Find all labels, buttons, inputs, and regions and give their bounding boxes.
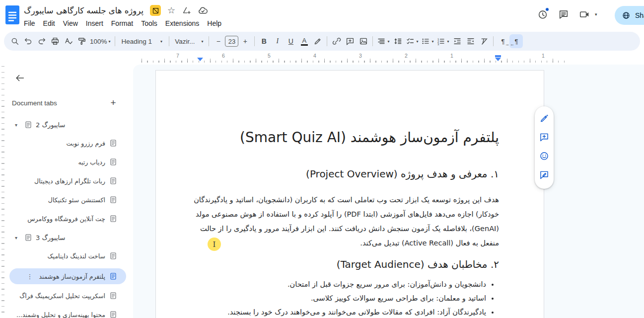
emoji-reaction-button[interactable] (539, 151, 549, 163)
move-folder-icon[interactable] (182, 6, 191, 15)
tabs-tree: ▾ سایبورگ 2 فرم رزرو نوبت ردیاب رتبه ربا… (5, 118, 133, 318)
bulleted-list-button[interactable]: ▾ (420, 34, 435, 48)
doc-tab-icon (109, 177, 117, 185)
horizontal-ruler[interactable]: 7 6 5 4 3 2 1 1 (142, 53, 566, 64)
tab-item[interactable]: ربات تلگرام ارزهای دیجیتال (5, 174, 133, 187)
share-button[interactable]: Share (615, 6, 644, 25)
underline-button[interactable]: U (284, 34, 297, 48)
notification-dot (545, 7, 549, 11)
menu-insert[interactable]: Insert (82, 18, 107, 28)
floating-action-bar (535, 106, 554, 189)
doc-section-2-heading[interactable]: ۲. مخاطبان هدف (Target Audience) (191, 258, 499, 270)
paragraph-ltr-button[interactable]: ¶→ (496, 34, 509, 48)
add-tab-button[interactable]: + (107, 97, 119, 108)
tab-item[interactable]: ساخت لندینگ داینامیک (5, 249, 133, 262)
tab-item[interactable]: ردیاب رتبه (5, 156, 133, 168)
help-me-write-button[interactable] (539, 113, 549, 125)
menu-help[interactable]: Help (203, 18, 225, 28)
align-button[interactable]: ▾ (375, 34, 391, 48)
google-docs-logo[interactable] (5, 5, 20, 25)
chevron-down-icon: ▾ (160, 39, 162, 44)
doc-bullet[interactable]: یادگیرندگان آزاد: افرادی که مقالات طولان… (191, 305, 486, 318)
increase-indent-button[interactable] (464, 34, 477, 48)
chevron-down-icon[interactable]: ▾ (15, 122, 21, 128)
tab-group-saibourg-3[interactable]: ▾ سایبورگ 3 (5, 231, 133, 244)
menu-file[interactable]: File (20, 18, 39, 28)
doc-tab-icon (24, 234, 32, 241)
star-icon[interactable]: ☆ (167, 6, 175, 15)
share-label: Share (635, 11, 644, 19)
document-title[interactable]: پروژه های جلسه کارگاهی سایبورگ (24, 6, 143, 15)
line-spacing-button[interactable] (391, 34, 404, 48)
menu-extensions[interactable]: Extensions (161, 18, 203, 28)
tab-item[interactable]: فرم رزرو نوبت (5, 137, 133, 150)
tab-group-saibourg-2[interactable]: ▾ سایبورگ 2 (5, 118, 133, 131)
doc-section-1-heading[interactable]: ۱. معرفی و هدف پروژه (Project Overview) (191, 168, 499, 180)
chevron-down-icon: ▾ (387, 39, 389, 44)
italic-button[interactable]: I (271, 34, 284, 48)
highlight-color-button[interactable] (311, 34, 324, 48)
doc-tab-icon (109, 252, 117, 260)
font-size-input[interactable]: 23 (225, 36, 238, 47)
doc-paragraph[interactable]: هدف این پروژه توسعه یک ابزار تحت وب تعام… (191, 193, 499, 250)
vertical-ruler (1, 66, 4, 317)
redo-button[interactable] (35, 34, 48, 48)
menu-view[interactable]: View (59, 18, 82, 28)
tab-item[interactable]: چت آنلاین فروشگاه ووکامرس (5, 212, 133, 225)
text-color-button[interactable]: A (297, 34, 311, 48)
paint-format-button[interactable] (75, 34, 88, 48)
search-menus-button[interactable] (8, 34, 21, 48)
indent-marker-end[interactable] (197, 58, 203, 61)
video-call-icon[interactable] (578, 8, 591, 21)
clear-formatting-button[interactable] (477, 34, 491, 48)
back-arrow-icon (14, 73, 25, 83)
add-comment-button-floating[interactable] (539, 132, 549, 144)
back-button[interactable] (12, 71, 27, 85)
doc-bullet[interactable]: اساتید و معلمان: برای طراحی سریع سوالات … (191, 291, 486, 305)
insert-image-button[interactable] (357, 34, 370, 48)
doc-tab-icon (109, 139, 117, 147)
document-content[interactable]: پلتفرم آزمون‌ساز هوشمند (Smart Quiz AI) … (156, 71, 544, 318)
video-call-caret-icon[interactable]: ▾ (595, 12, 597, 17)
ruler-number: 1 (449, 53, 455, 59)
tab-item[interactable]: اکستنشن سئو تکنیکال (5, 193, 133, 206)
doc-tab-icon (109, 196, 117, 204)
increase-font-size-button[interactable]: + (238, 34, 252, 48)
font-family-select[interactable]: Vazir...▾ (172, 34, 206, 48)
indent-marker-start[interactable] (495, 55, 501, 61)
menu-format[interactable]: Format (107, 18, 137, 28)
undo-button[interactable] (21, 34, 35, 48)
suggest-edits-button[interactable] (539, 170, 549, 182)
comments-icon[interactable] (557, 8, 570, 21)
decrease-font-size-button[interactable]: − (212, 34, 225, 48)
zoom-select[interactable]: 100%▾ (88, 34, 112, 48)
bold-button[interactable]: B (257, 34, 271, 48)
paragraph-rtl-button[interactable]: ¶← (509, 34, 523, 48)
cloud-status-icon (198, 5, 208, 16)
doc-bullet-list[interactable]: دانشجویان و دانش‌آموزان: برای مرور سریع … (191, 277, 486, 318)
numbered-list-button[interactable]: 123▾ (435, 34, 450, 48)
ruler-number: 2 (403, 53, 409, 59)
chevron-down-icon[interactable]: ▾ (15, 235, 21, 240)
version-history-icon[interactable] (536, 8, 549, 21)
doc-tab-icon (109, 292, 117, 300)
spelling-check-button[interactable] (62, 34, 75, 48)
paragraph-style-select[interactable]: Heading 1▾ (118, 34, 167, 48)
ruler-number: 3 (358, 53, 363, 59)
doc-title-heading[interactable]: پلتفرم آزمون‌ساز هوشمند (Smart Quiz AI) (191, 129, 499, 146)
document-page[interactable]: پلتفرم آزمون‌ساز هوشمند (Smart Quiz AI) … (155, 70, 544, 318)
svg-text:3: 3 (437, 43, 439, 46)
add-comment-button[interactable] (343, 34, 357, 48)
checklist-button[interactable]: ▾ (404, 34, 420, 48)
print-button[interactable] (48, 34, 62, 48)
menu-tools[interactable]: Tools (137, 18, 161, 28)
toolbar: 100%▾ Heading 1▾ Vazir...▾ − 23 + B I U … (4, 32, 640, 51)
menu-edit[interactable]: Edit (39, 18, 59, 28)
tab-item[interactable]: محتوا بهینه‌سازی و تحلیل وشمند... (5, 308, 133, 318)
insert-link-button[interactable] (330, 34, 343, 48)
tab-options-kebab-icon[interactable]: ⋮ (26, 273, 33, 280)
tab-item-selected[interactable]: پلتفرم آزمون‌ساز هوشمند ⋮ (9, 268, 126, 284)
tab-item[interactable]: اسکریپت تحلیل اسکریمینگ فراگ (5, 289, 133, 302)
decrease-indent-button[interactable] (450, 34, 464, 48)
doc-bullet[interactable]: دانشجویان و دانش‌آموزان: برای مرور سریع … (191, 277, 486, 291)
